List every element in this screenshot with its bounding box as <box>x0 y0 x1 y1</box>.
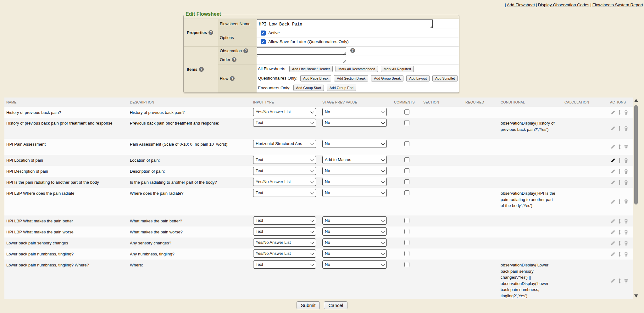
delete-trash-icon[interactable] <box>624 230 628 235</box>
delete-trash-icon[interactable] <box>624 241 628 246</box>
submit-button[interactable]: Submit <box>297 301 320 309</box>
edit-pencil-icon[interactable] <box>611 110 615 115</box>
help-icon[interactable] <box>230 76 235 81</box>
edit-pencil-icon[interactable] <box>611 252 615 256</box>
comments-checkbox[interactable] <box>404 251 409 256</box>
delete-trash-icon[interactable] <box>624 180 628 185</box>
comments-checkbox[interactable] <box>404 218 409 223</box>
input-type-select[interactable]: Yes/No Answer List <box>253 108 316 116</box>
stage-prev-value-select[interactable]: No <box>322 216 387 225</box>
reorder-updown-icon[interactable] <box>618 278 621 283</box>
input-type-select[interactable]: Yes/No Answer List <box>253 178 316 186</box>
reorder-updown-icon[interactable] <box>618 144 621 149</box>
stage-prev-value-select[interactable]: Add to Macros <box>322 156 387 164</box>
reorder-updown-icon[interactable] <box>618 169 621 174</box>
scroll-up-icon[interactable] <box>634 99 638 102</box>
comments-checkbox[interactable] <box>404 141 409 146</box>
flow-button[interactable]: Add Group End <box>327 85 356 91</box>
edit-pencil-icon[interactable] <box>611 241 615 245</box>
comments-checkbox[interactable] <box>404 168 409 173</box>
stage-prev-value-select[interactable]: No <box>322 108 387 116</box>
flowsheet-name-input[interactable] <box>257 20 432 28</box>
flow-button[interactable]: Add Layout <box>406 75 430 81</box>
comments-checkbox[interactable] <box>404 240 409 245</box>
input-type-select[interactable]: Yes/No Answer List <box>253 249 316 258</box>
input-type-select[interactable]: Text <box>253 167 316 175</box>
help-icon[interactable] <box>350 48 355 53</box>
comments-checkbox[interactable] <box>404 109 409 115</box>
flow-button[interactable]: Add Line Break / Header <box>289 66 333 72</box>
header-link[interactable]: Add Flowsheet <box>507 3 535 7</box>
edit-pencil-icon[interactable] <box>611 169 615 174</box>
help-icon[interactable] <box>199 67 204 72</box>
flow-button[interactable]: Add Group Break <box>371 75 403 81</box>
scrollbar-thumb[interactable] <box>634 105 638 204</box>
delete-trash-icon[interactable] <box>624 144 628 149</box>
flow-button[interactable]: Add Section Break <box>334 75 368 81</box>
reorder-updown-icon[interactable] <box>618 252 621 257</box>
stage-prev-value-select[interactable]: No <box>322 238 387 247</box>
header-link[interactable]: Display Observation Codes <box>538 3 590 7</box>
input-type-select[interactable]: Horizontal Structured Ans <box>253 140 316 148</box>
input-type-select[interactable]: Text <box>253 216 316 225</box>
flow-button[interactable]: Mark All Recommended <box>336 66 378 72</box>
observation-input[interactable] <box>257 48 346 54</box>
option-checkbox[interactable]: ✓ <box>261 39 266 44</box>
order-input[interactable] <box>257 56 346 63</box>
stage-prev-value-select[interactable]: No <box>322 140 387 148</box>
delete-trash-icon[interactable] <box>624 110 628 115</box>
comments-checkbox[interactable] <box>404 179 409 184</box>
stage-prev-value-select[interactable]: No <box>322 227 387 236</box>
reorder-updown-icon[interactable] <box>618 241 621 246</box>
comments-checkbox[interactable] <box>404 229 409 234</box>
input-type-select[interactable]: Yes/No Answer List <box>253 238 316 247</box>
resize-grip-icon[interactable] <box>429 25 432 28</box>
comments-checkbox[interactable] <box>404 190 409 195</box>
edit-pencil-icon[interactable] <box>611 144 615 149</box>
delete-trash-icon[interactable] <box>624 278 628 283</box>
delete-trash-icon[interactable] <box>624 126 628 131</box>
stage-prev-value-select[interactable]: No <box>322 249 387 258</box>
delete-trash-icon[interactable] <box>624 169 628 174</box>
resize-grip-icon[interactable] <box>343 60 346 63</box>
help-icon[interactable] <box>208 30 213 35</box>
option-checkbox[interactable]: ✓ <box>261 31 266 36</box>
edit-pencil-icon[interactable] <box>611 230 615 234</box>
edit-pencil-icon[interactable] <box>611 126 615 131</box>
input-type-select[interactable]: Text <box>253 156 316 164</box>
stage-prev-value-select[interactable]: No <box>322 167 387 175</box>
flow-button[interactable]: Add Page Break <box>300 75 331 81</box>
edit-pencil-icon[interactable] <box>611 199 615 204</box>
delete-trash-icon[interactable] <box>624 158 628 163</box>
stage-prev-value-select[interactable]: No <box>322 260 387 269</box>
input-type-select[interactable]: Text <box>253 119 316 127</box>
input-type-select[interactable]: Text <box>253 260 316 269</box>
scroll-down-icon[interactable] <box>634 294 638 298</box>
edit-pencil-icon[interactable] <box>611 219 615 223</box>
reorder-updown-icon[interactable] <box>618 180 621 185</box>
stage-prev-value-select[interactable]: No <box>322 119 387 127</box>
flow-button[interactable]: Add Group Start <box>293 85 324 91</box>
stage-prev-value-select[interactable]: No <box>322 178 387 186</box>
reorder-updown-icon[interactable] <box>618 230 621 235</box>
cancel-button[interactable]: Cancel <box>324 301 347 309</box>
delete-trash-icon[interactable] <box>624 199 628 204</box>
help-icon[interactable] <box>243 48 248 53</box>
header-link[interactable]: Flowsheets System Report <box>592 3 643 7</box>
edit-pencil-icon[interactable] <box>611 278 615 283</box>
edit-pencil-icon[interactable] <box>611 180 615 185</box>
edit-pencil-icon[interactable] <box>611 158 615 163</box>
comments-checkbox[interactable] <box>404 262 409 267</box>
resize-grip-icon[interactable] <box>343 51 346 54</box>
reorder-updown-icon[interactable] <box>618 126 621 131</box>
reorder-updown-icon[interactable] <box>618 158 621 163</box>
table-scrollbar[interactable] <box>633 98 639 299</box>
flow-button[interactable]: Add Scriptlet <box>432 75 458 81</box>
reorder-updown-icon[interactable] <box>618 199 621 204</box>
help-icon[interactable] <box>232 57 236 62</box>
comments-checkbox[interactable] <box>404 120 409 125</box>
flow-button[interactable]: Mark All Required <box>381 66 414 72</box>
input-type-select[interactable]: Text <box>253 189 316 197</box>
delete-trash-icon[interactable] <box>624 252 628 257</box>
stage-prev-value-select[interactable]: No <box>322 189 387 197</box>
